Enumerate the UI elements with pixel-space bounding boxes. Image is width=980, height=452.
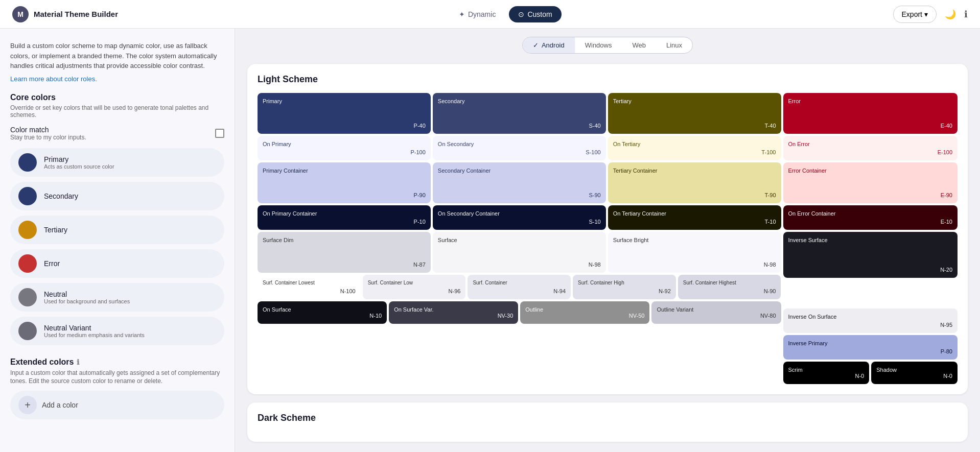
dynamic-label: Dynamic bbox=[468, 10, 496, 18]
platform-header: ✓ Android Windows Web Linux bbox=[247, 37, 968, 54]
color-item-primary[interactable]: Primary Acts as custom source color bbox=[10, 148, 224, 177]
dark-scheme-card: Dark Scheme bbox=[247, 402, 968, 442]
tertiary-cell[interactable]: Tertiary T-40 bbox=[608, 93, 781, 134]
surf-container-low-cell[interactable]: Surf. Container Low N-96 bbox=[363, 275, 466, 299]
on-error-cell[interactable]: On Error E-100 bbox=[783, 136, 958, 160]
neutral-name: Neutral bbox=[44, 290, 130, 298]
inverse-on-surface-cell[interactable]: Inverse On Surface N-95 bbox=[783, 308, 958, 333]
primary-cell[interactable]: Primary P-40 bbox=[258, 93, 431, 134]
on-tertiary-container-cell[interactable]: On Tertiary Container T-10 bbox=[608, 205, 781, 230]
color-item-secondary[interactable]: Secondary bbox=[10, 182, 224, 210]
dynamic-button[interactable]: ✦ Dynamic bbox=[450, 6, 505, 22]
surface-dim-cell[interactable]: Surface Dim N-87 bbox=[258, 232, 431, 273]
color-match-sub: Stay true to my color inputs. bbox=[10, 134, 86, 141]
custom-icon: ⊙ bbox=[518, 10, 524, 18]
top-nav: M Material Theme Builder ✦ Dynamic ⊙ Cus… bbox=[0, 0, 980, 29]
inverse-primary-cell[interactable]: Inverse Primary P-80 bbox=[783, 335, 958, 360]
neutral-variant-name: Neutral Variant bbox=[44, 324, 145, 332]
tertiary-container-cell[interactable]: Tertiary Container T-90 bbox=[608, 162, 781, 203]
core-colors-title: Core colors bbox=[10, 93, 224, 102]
main-layout: Build a custom color scheme to map dynam… bbox=[0, 29, 980, 452]
error-swatch bbox=[18, 254, 37, 273]
add-color-row[interactable]: + Add a color bbox=[10, 391, 224, 419]
learn-more-link[interactable]: Learn more about color roles. bbox=[10, 75, 97, 83]
scrim-cell[interactable]: Scrim N-0 bbox=[783, 362, 870, 384]
on-primary-cell[interactable]: On Primary P-100 bbox=[258, 136, 431, 160]
sidebar-description: Build a custom color scheme to map dynam… bbox=[10, 41, 224, 71]
dark-scheme-title: Dark Scheme bbox=[258, 413, 958, 423]
dynamic-icon: ✦ bbox=[459, 10, 465, 18]
on-surface-var-cell[interactable]: On Surface Var. NV-30 bbox=[389, 301, 518, 324]
sidebar: Build a custom color scheme to map dynam… bbox=[0, 29, 235, 452]
on-error-container-cell[interactable]: On Error Container E-10 bbox=[783, 205, 958, 230]
info-icon-extended: ℹ bbox=[77, 358, 79, 366]
secondary-container-cell[interactable]: Secondary Container S-90 bbox=[433, 162, 606, 203]
color-item-error[interactable]: Error bbox=[10, 249, 224, 278]
on-secondary-container-cell[interactable]: On Secondary Container S-10 bbox=[433, 205, 606, 230]
neutral-sub: Used for background and surfaces bbox=[44, 298, 130, 304]
primary-name: Primary bbox=[44, 155, 114, 163]
light-scheme-card: Light Scheme Primary P-40 Secondary S-40 bbox=[247, 64, 968, 394]
shadow-cell[interactable]: Shadow N-0 bbox=[871, 362, 958, 384]
secondary-name: Secondary bbox=[44, 192, 78, 200]
primary-swatch bbox=[18, 153, 37, 172]
on-surface-cell[interactable]: On Surface N-10 bbox=[258, 301, 387, 324]
extended-sub: Input a custom color that automatically … bbox=[10, 369, 224, 386]
nav-center: ✦ Dynamic ⊙ Custom bbox=[450, 6, 562, 22]
light-scheme-title: Light Scheme bbox=[258, 74, 958, 85]
tab-web[interactable]: Web bbox=[622, 37, 656, 53]
tertiary-name: Tertiary bbox=[44, 226, 67, 234]
color-item-tertiary[interactable]: Tertiary bbox=[10, 216, 224, 244]
secondary-cell[interactable]: Secondary S-40 bbox=[433, 93, 606, 134]
on-tertiary-cell[interactable]: On Tertiary T-100 bbox=[608, 136, 781, 160]
platform-tabs: ✓ Android Windows Web Linux bbox=[522, 37, 693, 54]
surface-bright-cell[interactable]: Surface Bright N-98 bbox=[608, 232, 781, 273]
nav-right: Export ▾ 🌙 ℹ bbox=[893, 6, 968, 23]
add-icon: + bbox=[18, 396, 37, 414]
surf-container-highest-cell[interactable]: Surf. Container Highest N-90 bbox=[678, 275, 781, 299]
check-icon: ✓ bbox=[533, 41, 539, 49]
surf-container-lowest-cell[interactable]: Surf. Container Lowest N-100 bbox=[258, 275, 361, 299]
color-item-neutral[interactable]: Neutral Used for background and surfaces bbox=[10, 283, 224, 312]
neutral-variant-sub: Used for medium emphasis and variants bbox=[44, 332, 145, 338]
tab-windows[interactable]: Windows bbox=[575, 37, 622, 53]
color-match-checkbox[interactable] bbox=[215, 129, 224, 138]
logo-icon: M bbox=[12, 6, 29, 22]
tertiary-swatch bbox=[18, 221, 37, 239]
chevron-down-icon: ▾ bbox=[924, 10, 928, 18]
on-secondary-cell[interactable]: On Secondary S-100 bbox=[433, 136, 606, 160]
error-container-cell[interactable]: Error Container E-90 bbox=[783, 162, 958, 203]
color-match-row: Color match Stay true to my color inputs… bbox=[10, 126, 224, 141]
error-cell[interactable]: Error E-40 bbox=[783, 93, 958, 134]
tab-linux[interactable]: Linux bbox=[656, 37, 692, 53]
primary-sub: Acts as custom source color bbox=[44, 163, 114, 170]
add-color-label: Add a color bbox=[42, 401, 78, 409]
neutral-swatch bbox=[18, 288, 37, 306]
neutral-variant-swatch bbox=[18, 322, 37, 340]
theme-toggle-button[interactable]: 🌙 bbox=[945, 9, 956, 20]
color-match-label: Color match bbox=[10, 126, 86, 134]
tab-android[interactable]: ✓ Android bbox=[523, 37, 575, 53]
on-primary-container-cell[interactable]: On Primary Container P-10 bbox=[258, 205, 431, 230]
surf-container-high-cell[interactable]: Surf. Container High N-92 bbox=[573, 275, 676, 299]
outline-variant-cell[interactable]: Outline Variant NV-80 bbox=[651, 301, 781, 324]
export-button[interactable]: Export ▾ bbox=[893, 6, 937, 23]
app-title: Material Theme Builder bbox=[34, 10, 118, 18]
primary-container-cell[interactable]: Primary Container P-90 bbox=[258, 162, 431, 203]
secondary-swatch bbox=[18, 187, 37, 205]
outline-cell[interactable]: Outline NV-50 bbox=[520, 301, 649, 324]
app-logo: M Material Theme Builder bbox=[12, 6, 118, 22]
custom-button[interactable]: ⊙ Custom bbox=[509, 6, 561, 22]
info-button[interactable]: ℹ bbox=[964, 9, 968, 20]
core-colors-sub: Override or set key colors that will be … bbox=[10, 104, 224, 118]
inverse-surface-cell[interactable]: Inverse Surface N-20 bbox=[783, 232, 958, 278]
surface-cell[interactable]: Surface N-98 bbox=[433, 232, 606, 273]
custom-label: Custom bbox=[527, 10, 552, 18]
main-content: ✓ Android Windows Web Linux Light Scheme bbox=[235, 29, 980, 452]
color-item-neutral-variant[interactable]: Neutral Variant Used for medium emphasis… bbox=[10, 317, 224, 345]
surf-container-cell[interactable]: Surf. Container N-94 bbox=[468, 275, 571, 299]
error-name: Error bbox=[44, 259, 60, 268]
extended-colors-title: Extended colors ℹ bbox=[10, 358, 224, 367]
